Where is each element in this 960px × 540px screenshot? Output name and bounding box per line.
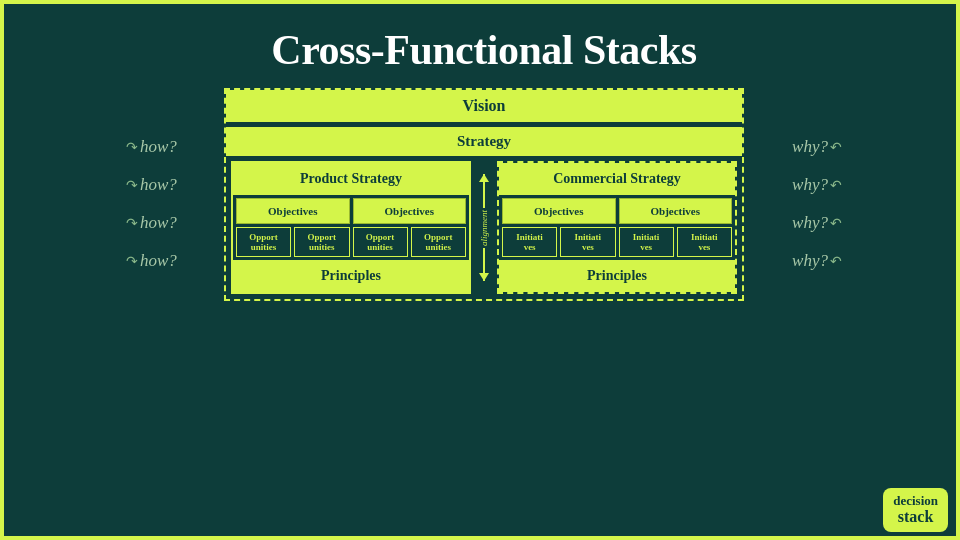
page-title: Cross-Functional Stacks: [271, 26, 696, 74]
commercial-obj-2: Objectives: [619, 198, 733, 224]
commercial-stack: Commercial Strategy Objectives Objective…: [497, 161, 737, 294]
alignment-label: alignment: [479, 208, 489, 248]
why-item-2: why? ↶: [744, 166, 844, 204]
main-content: ↷ how? ↷ how? ↷ how? ↷ how? Vision S: [104, 88, 864, 301]
why-label-2: why?: [792, 175, 828, 195]
product-obj-row: Objectives Objectives: [233, 195, 469, 227]
arrow-1: ↷: [126, 139, 138, 156]
product-principles: Principles: [233, 260, 469, 292]
product-opp-1: Opportunities: [236, 227, 291, 257]
outer-box: Vision Strategy Product Strategy Objecti…: [224, 88, 744, 301]
commercial-init-row: Initiatives Initiatives Initiatives Init…: [499, 227, 735, 260]
product-obj-1: Objectives: [236, 198, 350, 224]
why-label-1: why?: [792, 137, 828, 157]
page: Cross-Functional Stacks ↷ how? ↷ how? ↷ …: [4, 4, 960, 540]
logo-line1: decision: [893, 494, 938, 508]
commercial-init-3: Initiatives: [619, 227, 674, 257]
why-label-3: why?: [792, 213, 828, 233]
strategy-bar: Strategy: [226, 127, 742, 156]
arrow-2: ↷: [126, 177, 138, 194]
how-label-4: how?: [140, 251, 177, 271]
product-opp-3: Opportunities: [353, 227, 408, 257]
product-stack: Product Strategy Objectives Objectives O…: [231, 161, 471, 294]
product-opp-2: Opportunities: [294, 227, 349, 257]
arrow-right-2: ↶: [830, 177, 842, 194]
commercial-obj-1: Objectives: [502, 198, 616, 224]
arrow-3: ↷: [126, 215, 138, 232]
how-item-4: ↷ how?: [124, 242, 224, 280]
commercial-init-4: Initiatives: [677, 227, 732, 257]
arrow-4: ↷: [126, 253, 138, 270]
logo-line2: stack: [898, 508, 934, 526]
left-panel: ↷ how? ↷ how? ↷ how? ↷ how?: [124, 88, 224, 280]
product-opp-row: Opportunities Opportunities Opportunitie…: [233, 227, 469, 260]
logo: decision stack: [883, 488, 948, 532]
commercial-init-1: Initiatives: [502, 227, 557, 257]
commercial-strategy-header: Commercial Strategy: [499, 163, 735, 195]
why-item-4: why? ↶: [744, 242, 844, 280]
how-label-2: how?: [140, 175, 177, 195]
how-item-2: ↷ how?: [124, 166, 224, 204]
vision-bar: Vision: [226, 90, 742, 122]
commercial-obj-row: Objectives Objectives: [499, 195, 735, 227]
how-item-1: ↷ how?: [124, 128, 224, 166]
product-strategy-header: Product Strategy: [233, 163, 469, 195]
how-item-3: ↷ how?: [124, 204, 224, 242]
arrowhead-up: [479, 174, 489, 182]
why-item-1: why? ↶: [744, 128, 844, 166]
how-label-1: how?: [140, 137, 177, 157]
product-opp-4: Opportunities: [411, 227, 466, 257]
why-label-4: why?: [792, 251, 828, 271]
center-diagram: Vision Strategy Product Strategy Objecti…: [224, 88, 744, 301]
arrow-right-3: ↶: [830, 215, 842, 232]
commercial-init-2: Initiatives: [560, 227, 615, 257]
right-panel: why? ↶ why? ↶ why? ↶ why? ↶: [744, 88, 844, 280]
product-obj-2: Objectives: [353, 198, 467, 224]
arrow-right-4: ↶: [830, 253, 842, 270]
how-label-3: how?: [140, 213, 177, 233]
inner-stacks: Product Strategy Objectives Objectives O…: [226, 156, 742, 299]
commercial-principles: Principles: [499, 260, 735, 292]
why-item-3: why? ↶: [744, 204, 844, 242]
arrowhead-down: [479, 273, 489, 281]
alignment-column: alignment: [471, 161, 497, 294]
arrow-right-1: ↶: [830, 139, 842, 156]
